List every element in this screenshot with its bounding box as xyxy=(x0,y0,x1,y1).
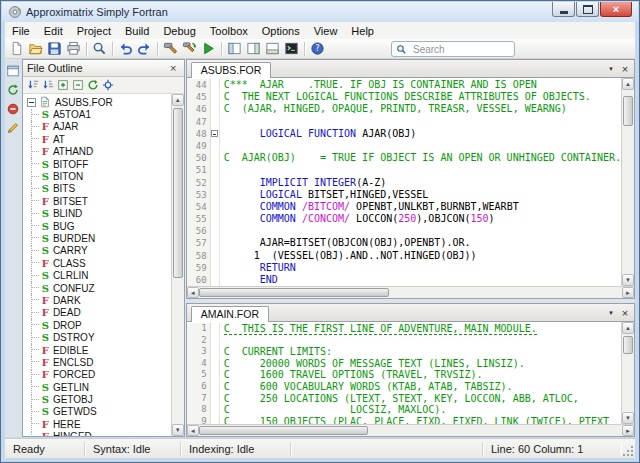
close-button[interactable] xyxy=(600,2,632,17)
fold-collapse-icon[interactable] xyxy=(211,130,218,137)
scroll-thumb[interactable] xyxy=(173,108,183,278)
editor-hscrollbar[interactable]: ◄ ► xyxy=(187,286,634,298)
editor-vscrollbar[interactable]: ▲ ▼ xyxy=(621,78,634,286)
code-line-51[interactable]: 51 xyxy=(187,164,621,176)
scroll-up-icon[interactable]: ▲ xyxy=(622,78,634,90)
print-button[interactable] xyxy=(64,40,83,58)
outline-item-dead[interactable]: FDEAD xyxy=(23,307,171,319)
menu-file[interactable]: File xyxy=(5,24,37,38)
tab-list-icon[interactable] xyxy=(604,62,618,76)
outline-item-drop[interactable]: SDROP xyxy=(23,319,171,331)
panel-close-icon[interactable] xyxy=(167,62,180,75)
toggle-build-output-button[interactable] xyxy=(263,40,282,58)
outline-item-bitoff[interactable]: SBITOFF xyxy=(23,158,171,170)
menu-help[interactable]: Help xyxy=(344,24,381,38)
scroll-right-icon[interactable]: ► xyxy=(622,287,634,298)
outline-item-enclsd[interactable]: FENCLSD xyxy=(23,356,171,368)
menu-build[interactable]: Build xyxy=(118,24,156,38)
build-button[interactable] xyxy=(161,40,180,58)
project-files-button[interactable] xyxy=(5,63,21,79)
code-area-amain[interactable]: 1C THIS IS THE FIRST LINE OF ADVENTURE, … xyxy=(187,322,621,424)
scroll-down-icon[interactable]: ▼ xyxy=(622,412,634,424)
menu-toolbox[interactable]: Toolbox xyxy=(203,24,255,38)
refresh-button[interactable] xyxy=(86,78,101,93)
code-line-52[interactable]: 52 IMPLICIT INTEGER(A-Z) xyxy=(187,177,621,189)
scroll-up-icon[interactable]: ▲ xyxy=(172,94,184,106)
outline-item-ajar[interactable]: FAJAR xyxy=(23,121,171,133)
outline-item-getwds[interactable]: SGETWDS xyxy=(23,406,171,418)
save-file-button[interactable] xyxy=(45,40,64,58)
editor-tab-asubs[interactable]: ASUBS.FOR xyxy=(191,62,272,78)
scroll-left-icon[interactable]: ◄ xyxy=(187,425,199,436)
sort-ascending-button[interactable] xyxy=(26,78,41,93)
sort-descending-button[interactable] xyxy=(41,78,56,93)
scroll-down-icon[interactable]: ▼ xyxy=(622,274,634,286)
outline-root-item[interactable]: ASUBS.FOR xyxy=(23,96,171,108)
scroll-down-icon[interactable]: ▼ xyxy=(172,424,184,436)
maximize-button[interactable] xyxy=(576,2,599,17)
scroll-track[interactable] xyxy=(622,90,634,274)
code-line-44[interactable]: 44C*** AJAR .TRUE. IF OBJ IS CONTAINER A… xyxy=(187,79,621,91)
outline-item-getlin[interactable]: SGETLIN xyxy=(23,381,171,393)
outline-item-at[interactable]: FAT xyxy=(23,133,171,145)
menu-edit[interactable]: Edit xyxy=(37,24,70,38)
outline-item-dstroy[interactable]: SDSTROY xyxy=(23,331,171,343)
minimize-button[interactable] xyxy=(552,2,575,17)
redo-button[interactable] xyxy=(135,40,154,58)
collapse-all-button[interactable] xyxy=(71,78,86,93)
editor-tab-amain[interactable]: AMAIN.FOR xyxy=(191,306,269,322)
scroll-thumb[interactable] xyxy=(199,288,390,297)
code-line-4[interactable]: 4C 20000 WORDS OF MESSAGE TEXT (LINES, L… xyxy=(187,358,621,370)
code-line-56[interactable]: 56 xyxy=(187,225,621,237)
scroll-thumb[interactable] xyxy=(623,96,633,126)
new-file-button[interactable] xyxy=(7,40,26,58)
code-line-47[interactable]: 47 xyxy=(187,116,621,128)
open-file-button[interactable] xyxy=(26,40,45,58)
rebuild-button[interactable] xyxy=(180,40,199,58)
code-line-54[interactable]: 54 COMMON /BITCOM/ OPENBT,UNLKBT,BURNBT,… xyxy=(187,201,621,213)
build-errors-button[interactable] xyxy=(5,101,21,117)
outline-item-blind[interactable]: SBLIND xyxy=(23,208,171,220)
outline-item-confuz[interactable]: SCONFUZ xyxy=(23,282,171,294)
code-line-59[interactable]: 59 RETURN xyxy=(187,262,621,274)
help-button[interactable]: ? xyxy=(308,40,327,58)
title-bar[interactable]: Approximatrix Simply Fortran xyxy=(2,2,638,22)
tab-close-icon[interactable] xyxy=(618,62,632,76)
code-line-9[interactable]: 9C 150 OBJECTS (PLAC, PLACE, FIXD, FIXED… xyxy=(187,416,621,424)
outline-item-burden[interactable]: SBURDEN xyxy=(23,232,171,244)
toggle-file-outline-button[interactable] xyxy=(244,40,263,58)
code-line-58[interactable]: 58 1 (VESSEL(OBJ).AND..NOT.HINGED(OBJ)) xyxy=(187,250,621,262)
code-line-1[interactable]: 1C THIS IS THE FIRST LINE OF ADVENTURE, … xyxy=(187,323,621,335)
menu-options[interactable]: Options xyxy=(255,24,307,38)
outline-item-clrlin[interactable]: SCLRLIN xyxy=(23,269,171,281)
outline-item-bitset[interactable]: FBITSET xyxy=(23,195,171,207)
code-line-50[interactable]: 50C AJAR(OBJ) = TRUE IF OBJECT IS AN OPE… xyxy=(187,152,621,164)
menu-view[interactable]: View xyxy=(307,24,345,38)
outline-scrollbar[interactable]: ▲ ▼ xyxy=(171,94,184,436)
search-input[interactable] xyxy=(411,43,510,56)
outline-item-carry[interactable]: SCARRY xyxy=(23,245,171,257)
outline-item-forced[interactable]: FFORCED xyxy=(23,369,171,381)
outline-item-here[interactable]: FHERE xyxy=(23,418,171,430)
code-line-49[interactable]: 49 xyxy=(187,140,621,152)
code-line-46[interactable]: 46C (AJAR, HINGED, OPAQUE, PRINTD, TREAS… xyxy=(187,103,621,115)
run-button[interactable] xyxy=(199,40,218,58)
toggle-console-button[interactable] xyxy=(282,40,301,58)
code-line-3[interactable]: 3C CURRENT LIMITS: xyxy=(187,346,621,358)
scroll-thumb[interactable] xyxy=(623,336,633,354)
scroll-thumb[interactable] xyxy=(199,426,368,435)
code-line-55[interactable]: 55 COMMON /CONCOM/ LOCCON(250),OBJCON(15… xyxy=(187,213,621,225)
outline-item-athand[interactable]: FATHAND xyxy=(23,146,171,158)
editor-hscrollbar[interactable]: ◄ ► xyxy=(187,424,634,436)
refresh-outline-button[interactable] xyxy=(5,82,21,98)
collapse-icon[interactable] xyxy=(27,98,36,107)
code-line-53[interactable]: 53 LOGICAL BITSET,HINGED,VESSEL xyxy=(187,189,621,201)
undo-button[interactable] xyxy=(116,40,135,58)
scroll-track[interactable] xyxy=(622,334,634,412)
editor-vscrollbar[interactable]: ▲ ▼ xyxy=(621,322,634,424)
outline-item-class[interactable]: FCLASS xyxy=(23,257,171,269)
resize-grip[interactable] xyxy=(621,444,635,458)
scroll-track[interactable] xyxy=(199,425,622,436)
code-line-2[interactable]: 2 xyxy=(187,335,621,347)
outline-item-a5toa1[interactable]: SA5TOA1 xyxy=(23,108,171,120)
